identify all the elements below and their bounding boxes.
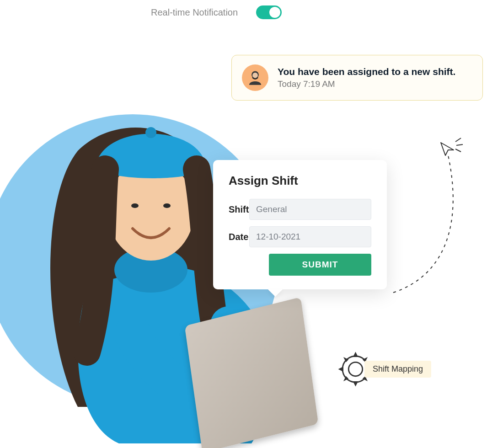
date-input[interactable]: [249, 226, 371, 247]
svg-line-10: [456, 144, 463, 145]
svg-line-11: [455, 149, 461, 152]
arrow-path-icon: [389, 137, 471, 302]
assign-shift-card: Assign Shift Shift Date SUBMIT: [213, 160, 387, 289]
realtime-notification-toggle[interactable]: [256, 5, 282, 19]
shift-label: Shift: [229, 204, 249, 215]
shift-mapping-badge: Shift Mapping: [364, 361, 431, 378]
realtime-notification-label: Real-time Notification: [151, 7, 238, 18]
svg-point-12: [348, 362, 362, 376]
svg-line-9: [455, 138, 461, 142]
notification-time: Today 7:19 AM: [278, 79, 472, 89]
person-icon: [246, 68, 265, 87]
assign-shift-title: Assign Shift: [229, 174, 371, 188]
svg-point-4: [145, 127, 156, 138]
svg-point-1: [252, 73, 258, 78]
notification-card: You have been assigned to a new shift. T…: [231, 55, 483, 101]
notification-title: You have been assigned to a new shift.: [278, 66, 472, 77]
svg-point-5: [131, 203, 139, 208]
shift-input[interactable]: [249, 199, 371, 220]
toggle-knob: [269, 7, 280, 18]
date-label: Date: [229, 232, 249, 242]
submit-button[interactable]: SUBMIT: [269, 254, 371, 276]
svg-point-6: [163, 203, 171, 208]
avatar: [242, 64, 268, 91]
